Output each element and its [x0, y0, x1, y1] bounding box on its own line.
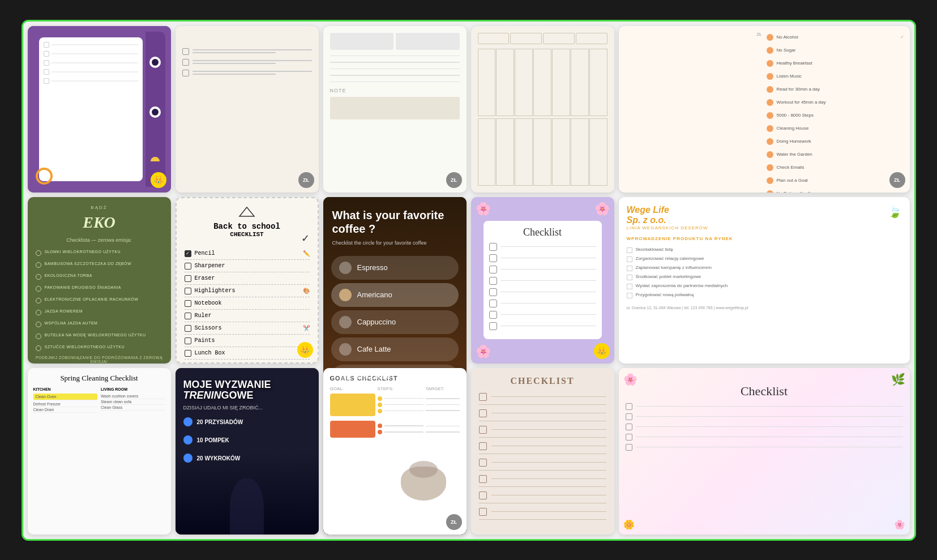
- wege-cb-1[interactable]: [627, 247, 632, 253]
- card-simple-lines[interactable]: NOTE ZŁ: [323, 26, 467, 193]
- wege-cb-4[interactable]: [627, 275, 632, 280]
- school-item-eraser: Eraser: [195, 275, 215, 281]
- purple-cb-3[interactable]: [489, 266, 497, 273]
- living-room-label: LIVING ROOM: [101, 387, 165, 391]
- coffee-subtitle: Checklist the circle for your favorite c…: [323, 240, 467, 253]
- beige-cb-5[interactable]: [479, 459, 487, 467]
- zl-badge-2: ZŁ: [446, 172, 462, 188]
- zl-badge-5: ZŁ: [889, 172, 905, 188]
- school-checkbox-pencil[interactable]: ✓: [185, 250, 191, 257]
- beige-cb-7[interactable]: [479, 491, 487, 499]
- final-flower-bl: 🌼: [623, 519, 635, 530]
- training-title: MOJE WYZWANIETRENINGOWE: [176, 368, 319, 405]
- school-checkbox-ruler[interactable]: [185, 313, 191, 319]
- final-cb-3[interactable]: [626, 424, 632, 430]
- beige-cb-1[interactable]: [479, 393, 487, 401]
- card-final-checklist[interactable]: Checklist 🌸 🌿 🌼 🌸: [619, 368, 910, 535]
- card-training[interactable]: MOJE WYZWANIETRENINGOWE DZISIAJ UDAŁO MI…: [176, 368, 319, 535]
- card-beige-lines[interactable]: [471, 26, 614, 193]
- zl-badge-8: ZŁ: [446, 514, 462, 530]
- card-polish-checklist[interactable]: ZŁ: [176, 26, 319, 193]
- final-cb-4[interactable]: [626, 434, 632, 441]
- training-dot-1: [183, 417, 192, 426]
- card-habit-tracker[interactable]: ZŁ No Alcohol✓ No Sugar Healthy Breakfas…: [619, 26, 910, 193]
- school-checkbox-lunchbox[interactable]: [185, 350, 191, 357]
- spring-item-3: Clean Drain: [33, 407, 98, 413]
- eko-badge-label: BĄDŹ: [36, 205, 163, 210]
- card-purple-flower[interactable]: 🌸 🌸 🌸 🌸 Checklist 👑: [471, 197, 614, 364]
- final-cb-5[interactable]: [626, 444, 632, 451]
- coffee-option-americano[interactable]: Americano: [331, 283, 459, 307]
- purple-checklist-title: Checklist: [489, 226, 596, 238]
- school-item-scissors: Scissors: [195, 325, 222, 331]
- beige-cb-8[interactable]: [479, 508, 487, 516]
- spring-item-6: Clean Glass: [101, 405, 165, 411]
- card-spring-cleaning[interactable]: Spring Cleaning Checklist KITCHEN Clean …: [28, 368, 171, 535]
- purple-cb-8[interactable]: [489, 322, 497, 330]
- training-dot-3: [183, 454, 192, 463]
- beige-title: CHECKLIST: [479, 376, 606, 386]
- wege-cb-3[interactable]: [627, 266, 632, 271]
- school-checkbox-sharpener[interactable]: [185, 263, 191, 270]
- school-checkbox-eraser[interactable]: [185, 275, 191, 282]
- card-back-to-school[interactable]: Back to school CHECKLIST ✓ ✓Pencil✏️ Sha…: [176, 197, 319, 364]
- wege-product-line: Linia wegańskich deserów: [627, 225, 902, 230]
- school-checkbox-bottle[interactable]: [185, 362, 191, 364]
- beige-cb-2[interactable]: [479, 409, 487, 417]
- spring-item-2: Defrost Freezer: [33, 401, 98, 407]
- beige-cb-4[interactable]: [479, 442, 487, 450]
- crown-badge: 👑: [151, 172, 166, 188]
- triangle-icon: [238, 206, 255, 217]
- spring-item-1: Clean Oven: [33, 394, 98, 400]
- coffee-title: What is your favorite coffee ?: [323, 197, 467, 240]
- final-flower-br: 🌸: [894, 519, 905, 530]
- coffee-option-cafelatte[interactable]: Cafe Latte: [331, 337, 459, 361]
- purple-cb-4[interactable]: [489, 277, 497, 285]
- purple-cb-7[interactable]: [489, 311, 497, 319]
- final-cb-1[interactable]: [626, 403, 632, 410]
- coffee-option-espresso-label: Espresso: [357, 263, 388, 272]
- eko-footer: PODEJMIJ ZOBOWIĄZANIE DO PODRÓŻOWANIA Z …: [36, 356, 163, 364]
- school-checkbox-paints[interactable]: [185, 337, 191, 344]
- card-eko[interactable]: BĄDŹ EKO Checklista — zerowa emisja: SŁO…: [28, 197, 171, 364]
- purple-cb-1[interactable]: [489, 243, 497, 251]
- coffee-option-cappuccino[interactable]: Cappuccino: [331, 310, 459, 334]
- habit-item: No Alcohol: [777, 35, 798, 40]
- school-checkbox-notebook[interactable]: [185, 300, 191, 307]
- final-flower-tl: 🌸: [623, 373, 637, 386]
- school-item-bottle: Drinking Bottle: [195, 362, 246, 364]
- final-flower-tr: 🌿: [891, 373, 905, 386]
- svg-marker-0: [239, 207, 254, 216]
- card-wege-life[interactable]: Wege LifeSp. z o.o. 🍃 Linia wegańskich d…: [619, 197, 910, 364]
- coffee-option-macchiato[interactable]: Macchiato: [331, 365, 459, 388]
- card-purple-checklist[interactable]: 👑: [28, 26, 171, 193]
- zl-badge: ZŁ: [298, 172, 314, 188]
- wege-cb-2[interactable]: [627, 257, 632, 262]
- spring-title: Spring Cleaning Checklist: [33, 374, 165, 383]
- wege-cb-5[interactable]: [627, 284, 632, 289]
- training-subtitle: DZISIAJ UDAŁO MI SIĘ ZROBIĆ...: [176, 405, 319, 411]
- beige-cb-6[interactable]: [479, 475, 487, 483]
- school-checkbox-highlighters[interactable]: [185, 288, 191, 294]
- school-checkbox-scissors[interactable]: [185, 325, 191, 332]
- eko-title: EKO: [36, 213, 163, 232]
- purple-cb-6[interactable]: [489, 300, 497, 307]
- wege-cb-6[interactable]: [627, 293, 632, 298]
- spring-item-4: Wash cushion covers: [101, 394, 165, 399]
- beige-cb-3[interactable]: [479, 426, 487, 434]
- training-dot-2: [183, 435, 192, 444]
- flower-decoration-top-right: 🌸: [594, 202, 610, 216]
- card-beige-checklist[interactable]: CHECKLIST: [471, 368, 614, 535]
- wege-item-2: Zorganizować relację cateringowe: [636, 256, 704, 261]
- goal-block-1: [330, 394, 375, 416]
- flower-decoration-top-left: 🌸: [476, 202, 491, 216]
- final-cb-2[interactable]: [626, 413, 632, 420]
- wege-item-5: Wysłać zaproszenia do partnerów medialny…: [636, 283, 728, 288]
- coffee-option-espresso[interactable]: Espresso: [331, 256, 459, 280]
- note-label: NOTE: [330, 88, 460, 93]
- school-item-highlighters: Highlighters: [195, 288, 236, 294]
- flower-decoration-bottom-left: 🌸: [476, 344, 491, 359]
- card-goals[interactable]: GOALS CHECKLIST Goal: Steps: Target:: [323, 368, 467, 535]
- purple-cb-2[interactable]: [489, 254, 497, 262]
- purple-cb-5[interactable]: [489, 288, 497, 296]
